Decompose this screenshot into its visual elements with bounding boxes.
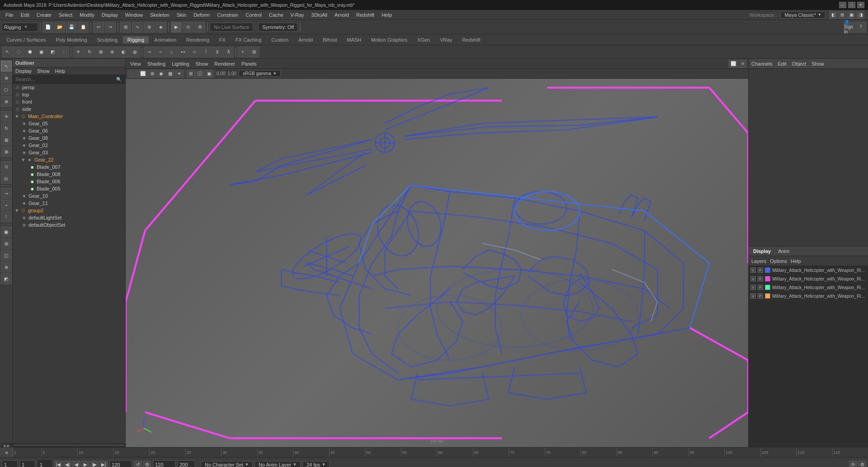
snap-view-btn[interactable]: ◈ [156, 22, 166, 33]
snap-grid-btn[interactable]: ⊞ [120, 22, 131, 33]
tab-rigging[interactable]: Rigging [123, 36, 149, 43]
cluster-tool[interactable]: ⊻ [212, 47, 222, 57]
layer-p-4[interactable]: P [758, 293, 763, 299]
outliner-scrollbar[interactable] [13, 443, 125, 447]
move-tool[interactable]: ✛ [73, 47, 84, 57]
tab-sculpting[interactable]: Sculpting [93, 36, 122, 43]
workspace-dropdown[interactable]: Maya Classic* ▼ [780, 11, 826, 19]
skin-tool[interactable]: ⊷ [178, 47, 189, 57]
anim-layer-dropdown[interactable]: No Anim Layer ▼ [255, 461, 301, 467]
layer-v-3[interactable]: V [750, 285, 756, 290]
show-hide-tool[interactable]: ◐ [118, 47, 129, 57]
open-file-btn[interactable]: 📂 [54, 22, 65, 33]
paint-skin-tool[interactable]: ⊹ [189, 47, 200, 57]
paint-select-tool[interactable]: ⬟ [24, 47, 35, 57]
timeline-ruler[interactable]: 1510152025303540455055606570758085909510… [13, 448, 868, 457]
help-btn[interactable]: ? [855, 22, 866, 33]
rigging-icon1[interactable]: ▣ [1, 226, 12, 237]
menu-edit[interactable]: Edit [17, 11, 33, 19]
save-as-btn[interactable]: 📋 [78, 22, 89, 33]
scale-tool[interactable]: ⊠ [95, 47, 106, 57]
help-label[interactable]: Help [791, 258, 801, 264]
lattice-tool[interactable]: ⊼ [223, 47, 234, 57]
render-btn[interactable]: ▶ [171, 22, 182, 33]
outliner-group2[interactable]: ▼ ⬡ group2 [13, 207, 125, 214]
outliner-top[interactable]: 🎥 top [13, 91, 125, 98]
layer-v-4[interactable]: V [750, 293, 756, 299]
tab-mash[interactable]: MASH [342, 36, 366, 43]
outliner-gear08[interactable]: ⊕ Gear_08 [13, 134, 125, 142]
ik-handle-tool[interactable]: ⌁ [155, 47, 166, 57]
show-tab[interactable]: Show [811, 61, 824, 67]
mirror-skin-tool[interactable]: ⊺ [200, 47, 211, 57]
menu-deform[interactable]: Deform [190, 11, 213, 19]
ipr-btn[interactable]: ⊙ [183, 22, 193, 33]
redo-btn[interactable]: ↪ [105, 22, 116, 33]
tab-custom[interactable]: Custom [267, 36, 293, 43]
render-settings-btn[interactable]: ⚙ [194, 22, 205, 33]
menu-file[interactable]: File [2, 11, 17, 19]
outliner-default-light-set[interactable]: ⊙ defaultLightSet [13, 214, 125, 221]
display-tab[interactable]: Display [751, 248, 773, 254]
vp-maximize-btn[interactable]: ⬜ [728, 60, 738, 68]
character-set-dropdown[interactable]: No Character Set ▼ [201, 461, 253, 467]
outliner-default-object-set[interactable]: ⊙ defaultObjectSet [13, 221, 125, 229]
vp-shaded[interactable]: ◉ [157, 70, 165, 78]
outliner-search-input[interactable] [13, 75, 125, 84]
sculpt-btn[interactable]: ⊺ [1, 211, 12, 222]
right-scrollbar[interactable] [749, 443, 868, 447]
select-heirarchy-tool[interactable]: ⋮ [58, 47, 69, 57]
scale-btn[interactable]: ⊠ [1, 134, 12, 145]
outliner-side[interactable]: 🎥 side [13, 105, 125, 113]
tab-animation[interactable]: Animation [150, 36, 181, 43]
vp-gamma-dropdown[interactable]: sRGB gamma ▼ [239, 70, 281, 77]
outliner-gear22[interactable]: ▼ ⊕ Gear_22 [13, 156, 125, 163]
restore-button[interactable]: □ [848, 2, 855, 8]
tab-vray[interactable]: VRay [435, 36, 457, 43]
workspace-btn1[interactable]: ◧ [829, 11, 837, 19]
outliner-gear03[interactable]: ⊕ Gear_03 [13, 149, 125, 156]
joint-btn[interactable]: ⊸ [1, 188, 12, 199]
tab-motion-graphics[interactable]: Motion Graphics [367, 36, 412, 43]
soft-select-tool[interactable]: ◍ [129, 47, 140, 57]
menu-display[interactable]: Display [98, 11, 122, 19]
soft-sel-btn[interactable]: ◎ [1, 173, 12, 184]
range-end-input[interactable] [109, 460, 132, 467]
outliner-gear06[interactable]: ⊕ Gear_06 [13, 127, 125, 134]
options-btn[interactable]: ⚙ [143, 461, 151, 467]
layer-v-1[interactable]: V [750, 267, 756, 273]
menu-create[interactable]: Create [33, 11, 55, 19]
layer-color-1[interactable] [765, 267, 770, 273]
workspace-btn2[interactable]: ⊞ [838, 11, 846, 19]
undo-btn[interactable]: ↩ [93, 22, 104, 33]
symmetry-btn[interactable]: Symmetry: Off [258, 23, 298, 32]
vp-menu-renderer[interactable]: Renderer [212, 61, 238, 67]
vp-image-plane[interactable]: ▣ [205, 70, 213, 78]
universal-btn[interactable]: ⊞ [1, 146, 12, 157]
go-end-btn[interactable]: ▶| [99, 461, 108, 467]
menu-constrain[interactable]: Constrain [213, 11, 242, 19]
layer-p-3[interactable]: P [758, 285, 763, 290]
rotate-btn[interactable]: ↻ [1, 123, 12, 133]
max-range-input[interactable] [153, 460, 175, 467]
show-manip-btn[interactable]: ⊙ [1, 161, 12, 172]
layer-p-2[interactable]: P [758, 276, 763, 281]
layer-v-2[interactable]: V [750, 276, 756, 281]
channels-tab[interactable]: Channels [751, 61, 772, 67]
anim-pref-btn[interactable]: ⟳ [849, 461, 857, 467]
layer-color-3[interactable] [765, 285, 770, 290]
lasso-btn[interactable]: ⊗ [1, 72, 12, 83]
rigging-icon3[interactable]: ◫ [1, 250, 12, 261]
go-start-btn[interactable]: |◀ [54, 461, 62, 467]
vp-grid[interactable]: ⊞ [187, 70, 195, 78]
outliner-persp[interactable]: 🎥 persp [13, 84, 125, 91]
menu-skeleton[interactable]: Skeleton [146, 11, 173, 19]
vp-perspective[interactable]: ⬜ [138, 70, 148, 78]
menu-select[interactable]: Select [55, 11, 76, 19]
vp-menu-show[interactable]: Show [193, 61, 211, 67]
rotate-tool[interactable]: ↻ [84, 47, 95, 57]
snap-vertex-tool[interactable]: + [237, 47, 248, 57]
sign-in-btn[interactable]: 👤 Sign In [844, 22, 854, 33]
current-frame-input[interactable] [2, 460, 18, 467]
vp-textured[interactable]: ▦ [166, 70, 175, 78]
